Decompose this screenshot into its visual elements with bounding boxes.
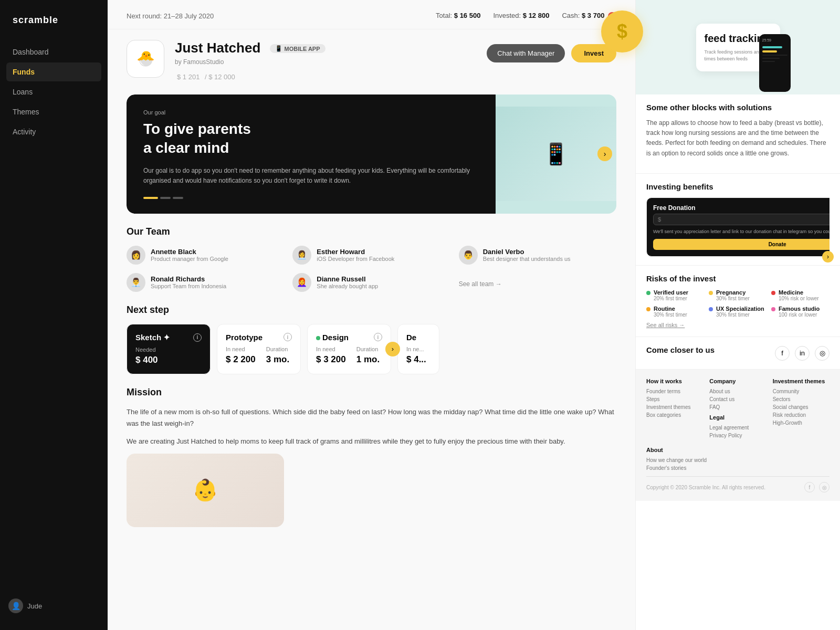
risk-name: Verified user [654,289,688,296]
step-card-design: Design i In need $ 3 200 Duration 1 mo. … [307,324,391,374]
avatar: 👤 [8,598,23,613]
step-title-next: De [406,333,430,342]
sidebar-item-dashboard[interactable]: Dashboard [6,43,101,61]
footer-link[interactable]: Community [773,388,830,394]
step-label: Duration [266,346,289,352]
footer-link[interactable]: How we change our world [646,457,830,463]
facebook-icon[interactable]: f [775,346,790,361]
team-member: 👩‍💼 Esther Howard iOS Developer from Fac… [292,246,450,265]
benefits-arrow[interactable]: › [822,251,834,262]
info-icon[interactable]: i [374,333,382,341]
sidebar-item-funds[interactable]: Funds [6,62,101,81]
risk-item-medicine: Medicine 10% risk or lower [771,289,830,301]
dot-1 [143,197,158,199]
member-role: Support Team from Indonesia [151,283,226,289]
team-member: 👩 Annette Black Product manager from Goo… [127,246,284,265]
footer-col-investment: Investment themes Community Sectors Soci… [773,378,830,440]
sidebar-nav: Dashboard Funds Loans Themes Activity [0,43,108,141]
footer-link[interactable]: Steps [646,396,703,402]
member-name: Esther Howard [317,248,394,256]
mission-text-1: The life of a new mom is oh-so full of q… [127,406,616,429]
come-closer-title: Come closer to us [646,345,715,354]
team-section: Our Team 👩 Annette Black Product manager… [108,214,635,292]
member-avatar-annette: 👩 [127,246,145,265]
see-risks-link[interactable]: See all risks → [646,322,830,328]
sidebar-item-activity[interactable]: Activity [6,122,101,141]
topbar: Next round: 21–28 July 2020 Total: $ 16 … [108,0,635,29]
risk-dot [646,291,650,295]
step-value-next: $ 4... [406,354,430,365]
linkedin-icon[interactable]: in [795,346,810,361]
next-step-arrow[interactable]: › [385,342,400,356]
project-actions: Chat with Manager Invest [487,40,616,62]
see-all-team[interactable]: See all team → [459,276,616,292]
project-logo: 🐣 [127,40,164,78]
info-icon[interactable]: i [193,333,202,342]
footer-link[interactable]: Privacy Policy [709,433,766,438]
phone-bar-5 [762,61,775,62]
donate-button[interactable]: Donate [653,239,830,250]
risk-val: 100 risk or lower [779,312,820,318]
project-by: by FamousStudio [175,58,326,66]
carousel-next-button[interactable]: › [597,146,612,161]
team-grid: 👩 Annette Black Product manager from Goo… [127,246,616,292]
risk-val: 30% first timer [716,312,764,318]
risk-name: Medicine [779,289,819,296]
sidebar-item-loans[interactable]: Loans [6,82,101,101]
next-step-section: Next step Sketch ✦ i Needed $ 400 Protot… [108,292,635,374]
investing-benefits-section: Investing benefits Free Donation We'll s… [636,174,840,266]
footer-link[interactable]: FAQ [709,404,766,410]
footer-link[interactable]: Box categories [646,412,703,418]
footer-link[interactable]: Sectors [773,396,830,402]
step-label: In need [226,346,256,352]
donation-amount-input[interactable] [653,214,830,225]
footer-link[interactable]: About us [709,388,766,394]
footer-link[interactable]: Legal agreement [709,425,766,430]
footer-link[interactable]: Social changes [773,404,830,410]
footer-investment-title: Investment themes [773,378,830,384]
benefit-card-free: Free Donation We'll sent you appreciatio… [646,197,830,257]
benefit-text: We'll sent you appreciation letter and l… [653,228,830,235]
risk-val: 10% risk or lower [779,296,819,301]
member-role: She already bought app [317,283,378,289]
footer-about-title: About [646,447,830,453]
footer-link[interactable]: Risk reduction [773,412,830,418]
team-member: 👨‍💼 Ronald Richards Support Team from In… [127,273,284,292]
risk-item-ux: UX Specialization 30% first timer [709,306,767,318]
footer-link[interactable]: Contact us [709,396,766,402]
step-title-sketch: Sketch ✦ i [135,333,202,342]
risk-val: 20% first timer [654,296,688,301]
info-icon[interactable]: i [284,333,292,341]
instagram-icon[interactable]: ◎ [815,346,830,361]
right-panel-top: feed tracking Track feeding sessions and… [636,0,840,94]
team-member: 👨 Daniel Verbo Best designer that unders… [459,246,616,265]
member-avatar-ronald: 👨‍💼 [127,273,145,292]
member-avatar-daniel: 👨 [459,246,478,265]
risk-dot [709,307,713,311]
project-info: 🐣 Just Hatched 📱 MOBILE APP by FamousStu… [127,40,326,82]
other-blocks-section: Some other blocks with solutions The app… [636,94,840,174]
footer-instagram-icon[interactable]: ◎ [819,482,830,492]
risk-val: 30% first timer [716,296,750,301]
footer-social-icons: f ◎ [804,482,830,492]
risk-dot [646,307,650,311]
footer-legal-title: Legal [709,414,766,421]
carousel-left: Our goal To give parentsa clear mind Our… [127,94,496,214]
sidebar-item-themes[interactable]: Themes [6,102,101,121]
footer-link[interactable]: Founder terms [646,388,703,394]
rp-footer: How it works Founder terms Steps Investm… [636,370,840,501]
carousel-title: To give parentsa clear mind [143,120,479,158]
footer-link[interactable]: Investment themes [646,404,703,410]
phone-bar-3 [762,55,788,56]
footer-link[interactable]: Founder's stories [646,465,830,471]
invested-value: $ 12 800 [523,12,550,19]
project-goal: / $ 12 000 [205,73,235,81]
step-title-design: Design i [316,333,382,342]
member-info-daniel: Daniel Verbo Best designer that understa… [483,248,571,262]
footer-facebook-icon[interactable]: f [804,482,815,492]
risk-val: 30% first timer [654,312,687,318]
chat-button[interactable]: Chat with Manager [487,44,565,62]
risk-item-routine: Routine 30% first timer [646,306,705,318]
footer-link[interactable]: High-Growth [773,420,830,426]
logo: scramble [0,0,108,43]
